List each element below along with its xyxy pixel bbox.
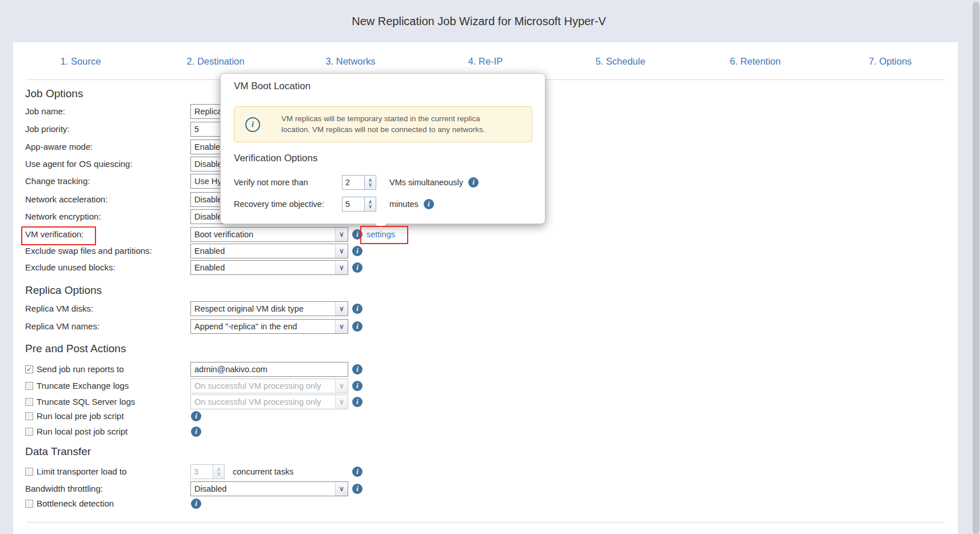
bandwidth-throttling-value: Disabled xyxy=(191,484,335,493)
exclude-unused-value: Enabled xyxy=(191,263,335,272)
send-reports-label: Send job run reports to xyxy=(37,362,124,377)
replica-vm-disks-value: Respect original VM disk type xyxy=(191,304,335,313)
chevron-down-icon: ∨ xyxy=(335,482,348,496)
spinner-arrows-icon[interactable]: ∧∨ xyxy=(365,197,376,212)
section-replica-options: Replica Options xyxy=(25,284,102,297)
rto-minutes-value: 5 xyxy=(342,197,365,212)
network-acceleration-label: Network acceleration: xyxy=(25,192,107,207)
section-data-transfer: Data Transfer xyxy=(25,445,91,458)
popup-info-banner: i VM replicas will be temporary started … xyxy=(234,106,532,142)
bandwidth-throttling-select[interactable]: Disabled∨ xyxy=(190,481,348,496)
tab-source[interactable]: 1. Source xyxy=(13,42,148,79)
tab-retention[interactable]: 6. Retention xyxy=(688,42,823,79)
vertical-scrollbar[interactable] xyxy=(973,2,979,534)
run-post-script-label: Run local post job script xyxy=(37,424,128,439)
truncate-sql-value: On successful VM processing only xyxy=(191,397,335,407)
bottleneck-detection-label: Bottleneck detection xyxy=(37,496,114,511)
spinner-down-icon: ∨ xyxy=(217,472,221,476)
network-encryption-label: Network encryption: xyxy=(25,209,101,224)
info-icon[interactable]: i xyxy=(191,499,201,509)
info-icon[interactable]: i xyxy=(352,304,362,314)
truncate-exchange-checkbox[interactable] xyxy=(25,382,33,390)
tab-schedule[interactable]: 5. Schedule xyxy=(553,42,688,79)
rto-minutes-spinner[interactable]: 5 ∧∨ xyxy=(342,197,376,212)
info-icon[interactable]: i xyxy=(352,467,362,477)
chevron-down-icon: ∨ xyxy=(335,244,348,258)
os-quiescing-label: Use agent for OS quiescing: xyxy=(25,157,133,172)
run-pre-script-checkbox[interactable] xyxy=(25,412,33,420)
chevron-down-icon: ∨ xyxy=(335,228,348,241)
bandwidth-throttling-label: Bandwidth throttling: xyxy=(25,481,103,496)
chevron-down-icon: ∨ xyxy=(335,379,348,393)
limit-transporter-spinner: 3 ∧∨ xyxy=(190,464,225,479)
chevron-down-icon: ∨ xyxy=(335,395,348,409)
job-name-label: Job name: xyxy=(25,104,65,119)
verify-not-more-than-label: Verify not more than xyxy=(234,175,308,190)
replica-vm-names-value: Append "-replica" in the end xyxy=(191,322,335,331)
truncate-exchange-value: On successful VM processing only xyxy=(191,381,335,390)
section-job-options: Job Options xyxy=(25,87,83,100)
vms-simultaneously-label: VMs simultaneously xyxy=(389,178,463,187)
info-icon[interactable]: i xyxy=(191,427,201,437)
info-icon[interactable]: i xyxy=(352,484,362,494)
limit-transporter-value: 3 xyxy=(190,464,213,479)
change-tracking-label: Change tracking: xyxy=(25,174,90,189)
info-icon[interactable]: i xyxy=(352,321,362,332)
check-icon: ✓ xyxy=(26,365,32,373)
exclude-swap-value: Enabled xyxy=(191,246,335,256)
exclude-swap-select[interactable]: Enabled∨ xyxy=(190,244,348,258)
spinner-arrows-icon: ∧∨ xyxy=(213,464,225,479)
verification-options-heading: Verification Options xyxy=(234,153,317,164)
replica-vm-names-label: Replica VM names: xyxy=(25,319,99,334)
minutes-label: minutes xyxy=(389,200,419,209)
annotation-box-settings xyxy=(360,226,408,244)
footer-divider xyxy=(26,522,945,523)
send-reports-email-input[interactable]: admin@nakivo.com xyxy=(190,362,348,377)
verify-count-spinner[interactable]: 2 ∧∨ xyxy=(342,175,376,190)
banner-line-2: location. VM replicas will not be connec… xyxy=(281,124,485,135)
info-icon[interactable]: i xyxy=(468,177,479,188)
banner-line-1: VM replicas will be temporary started in… xyxy=(281,113,485,124)
spinner-arrows-icon[interactable]: ∧∨ xyxy=(365,175,376,190)
vm-verification-value: Boot verification xyxy=(191,230,335,239)
page-title: New Replication Job Wizard for Microsoft… xyxy=(0,15,958,28)
send-reports-checkbox[interactable]: ✓ xyxy=(25,365,33,373)
annotation-box-vm-verification xyxy=(21,226,96,245)
rto-suffix-row: minutes i xyxy=(389,197,434,212)
truncate-sql-label: Truncate SQL Server logs xyxy=(37,394,135,409)
replica-vm-disks-select[interactable]: Respect original VM disk type∨ xyxy=(190,301,348,316)
info-icon[interactable]: i xyxy=(352,381,362,391)
limit-transporter-checkbox[interactable] xyxy=(25,468,33,476)
truncate-exchange-label: Truncate Exchange logs xyxy=(37,378,129,393)
truncate-sql-checkbox[interactable] xyxy=(25,398,33,406)
exclude-swap-label: Exclude swap files and partitions: xyxy=(25,244,152,258)
bottleneck-detection-checkbox[interactable] xyxy=(25,500,33,508)
popup-banner-text: VM replicas will be temporary started in… xyxy=(281,113,485,135)
info-icon[interactable]: i xyxy=(424,199,434,209)
chevron-down-icon: ∨ xyxy=(335,320,348,333)
spinner-down-icon[interactable]: ∨ xyxy=(368,182,372,187)
wizard-screen: New Replication Job Wizard for Microsoft… xyxy=(0,0,980,534)
app-aware-mode-label: App-aware mode: xyxy=(25,140,93,154)
info-icon[interactable]: i xyxy=(191,411,201,421)
info-icon[interactable]: i xyxy=(352,397,362,407)
exclude-unused-label: Exclude unused blocks: xyxy=(25,260,115,275)
run-pre-script-label: Run local pre job script xyxy=(37,409,124,424)
vm-verification-select[interactable]: Boot verification∨ xyxy=(190,227,348,242)
tab-options[interactable]: 7. Options xyxy=(823,42,958,79)
spinner-down-icon[interactable]: ∨ xyxy=(368,204,372,209)
info-icon[interactable]: i xyxy=(352,364,362,374)
info-outline-icon: i xyxy=(245,117,260,132)
recovery-time-objective-label: Recovery time objective: xyxy=(234,197,324,212)
concurrent-tasks-label: concurrent tasks xyxy=(233,464,293,479)
section-pre-post-actions: Pre and Post Actions xyxy=(25,342,126,355)
run-post-script-checkbox[interactable] xyxy=(25,428,33,436)
send-reports-email-value: admin@nakivo.com xyxy=(191,365,348,374)
limit-transporter-label: Limit transporter load to xyxy=(37,464,127,479)
info-icon[interactable]: i xyxy=(352,246,362,256)
exclude-unused-select[interactable]: Enabled∨ xyxy=(190,260,348,275)
replica-vm-names-select[interactable]: Append "-replica" in the end∨ xyxy=(190,319,348,334)
truncate-exchange-select: On successful VM processing only∨ xyxy=(190,378,348,393)
chevron-down-icon: ∨ xyxy=(335,261,348,274)
info-icon[interactable]: i xyxy=(352,262,362,273)
